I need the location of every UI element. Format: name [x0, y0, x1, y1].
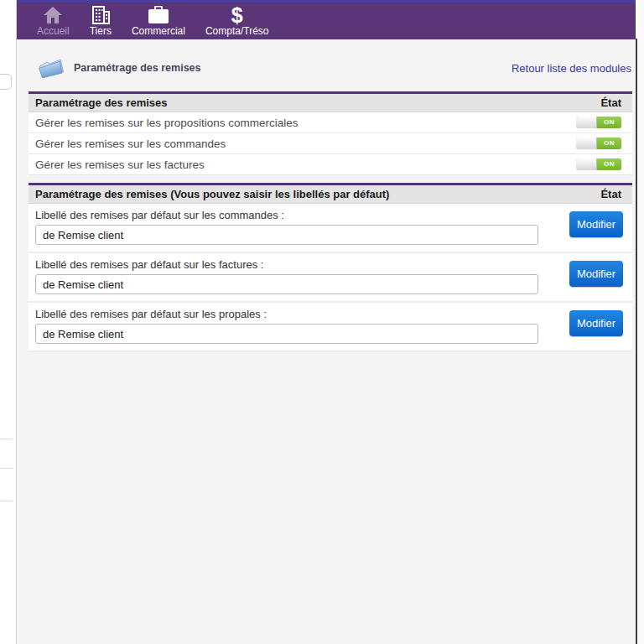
toggle-factures[interactable]: ON — [576, 158, 621, 170]
panel-header: Paramétrage des remises (Vous pouvez sai… — [29, 185, 632, 204]
background-row-divider — [0, 501, 13, 501]
nav-label: Commercial — [132, 26, 185, 37]
panel-title: Paramétrage des remises — [35, 96, 168, 109]
row-label: Gérer les remises sur les propositions c… — [35, 117, 299, 129]
modifier-propales-button[interactable]: Modifier — [569, 310, 623, 336]
table-row: Gérer les remises sur les commandes ON — [29, 133, 632, 154]
folder-icon — [39, 58, 64, 78]
dollar-icon: $ — [231, 5, 243, 25]
panel-title: Paramétrage des remises (Vous pouvez sai… — [35, 188, 389, 200]
table-row: Libellé des remises par défaut sur les f… — [29, 253, 632, 303]
table-row: Libellé des remises par défaut sur les p… — [29, 303, 632, 352]
panel-header: Paramétrage des remises État — [29, 94, 632, 112]
table-row: Libellé des remises par défaut sur les c… — [29, 204, 632, 253]
toggle-on-label: ON — [597, 117, 621, 128]
libelle-commandes-input[interactable] — [35, 225, 538, 245]
toggle-knob — [576, 117, 597, 128]
page-header: Paramétrage des remises Retour liste des… — [17, 39, 636, 91]
field-label: Libellé des remises par défaut sur les f… — [29, 258, 632, 274]
libelle-propales-input[interactable] — [35, 324, 538, 344]
page-title: Paramétrage des remises — [74, 62, 200, 74]
top-navbar: Accueil Tiers — [17, 3, 636, 39]
desktop-background-strip — [637, 0, 644, 644]
row-label: Gérer les remises sur les commandes — [35, 138, 226, 150]
nav-item-commercial[interactable]: Commercial — [122, 5, 195, 37]
nav-item-compta-treso[interactable]: $ Compta/Tréso — [195, 5, 279, 37]
nav-label: Compta/Tréso — [205, 26, 269, 37]
panel-remises-libelles: Paramétrage des remises (Vous pouvez sai… — [29, 183, 632, 352]
background-row-divider — [0, 468, 13, 469]
field-label: Libellé des remises par défaut sur les c… — [29, 209, 632, 225]
background-window-sliver — [0, 0, 16, 644]
home-icon — [43, 5, 63, 25]
building-icon — [91, 5, 111, 25]
background-button-fragment — [0, 74, 12, 90]
app-window: Accueil Tiers — [16, 0, 636, 644]
nav-item-tiers[interactable]: Tiers — [80, 5, 122, 37]
libelle-factures-input[interactable] — [35, 274, 538, 294]
row-label: Gérer les remises sur les factures — [35, 158, 205, 171]
briefcase-icon — [148, 5, 169, 25]
toggle-commandes[interactable]: ON — [576, 138, 621, 149]
table-row: Gérer les remises sur les propositions c… — [29, 112, 632, 133]
modifier-commandes-button[interactable]: Modifier — [569, 211, 623, 237]
background-row-divider — [0, 439, 13, 439]
toggle-on-label: ON — [597, 158, 621, 170]
nav-label: Accueil — [37, 26, 70, 37]
table-row: Gérer les remises sur les factures ON — [29, 154, 632, 175]
toggle-knob — [576, 158, 597, 170]
nav-item-accueil[interactable]: Accueil — [27, 5, 80, 37]
toggle-on-label: ON — [597, 138, 621, 149]
modifier-factures-button[interactable]: Modifier — [569, 261, 623, 287]
state-column-header: État — [600, 188, 621, 200]
nav-label: Tiers — [90, 26, 112, 37]
toggle-propositions[interactable]: ON — [576, 117, 621, 128]
state-column-header: État — [600, 96, 621, 109]
back-to-modules-link[interactable]: Retour liste des modules — [512, 62, 631, 75]
panel-remises-toggles: Paramétrage des remises État Gérer les r… — [29, 91, 632, 175]
field-label: Libellé des remises par défaut sur les p… — [29, 308, 632, 324]
toggle-knob — [576, 138, 597, 149]
